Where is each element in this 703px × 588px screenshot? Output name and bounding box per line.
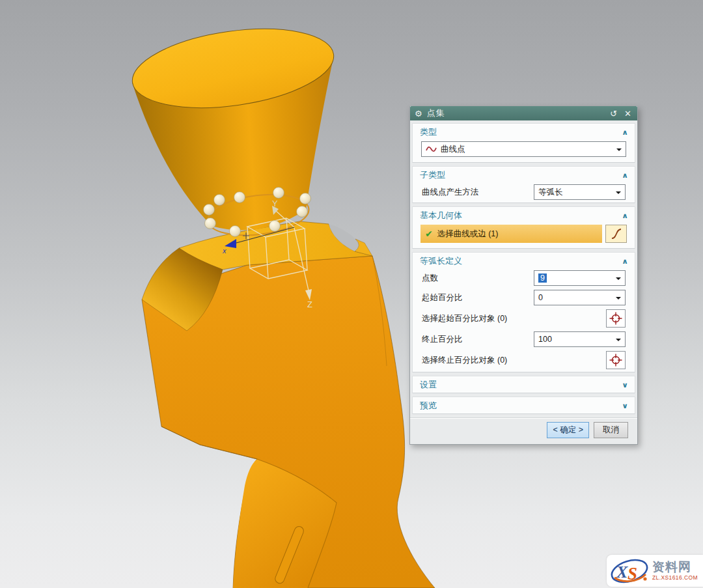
select-start-percent-object-label: 选择起始百分比对象 (0)	[422, 313, 507, 324]
chevron-up-icon[interactable]: ∧	[622, 128, 628, 137]
section-subtype-header[interactable]: 子类型 ∧	[413, 167, 635, 183]
curve-point-method-label: 曲线点产生方法	[422, 187, 479, 198]
section-base-geometry: 基本几何体 ∧ ✔ 选择曲线或边 (1)	[412, 206, 635, 249]
axis-label-z: Z	[307, 300, 312, 309]
model-hook-body[interactable]	[128, 18, 435, 588]
start-percent-value: 0	[538, 293, 543, 302]
point-crosshair-icon	[609, 353, 623, 367]
axis-label-x: x	[222, 247, 227, 255]
curve-point-marker	[234, 192, 245, 203]
svg-text:X: X	[616, 563, 628, 581]
select-end-percent-object-button[interactable]	[606, 351, 626, 369]
select-curve-or-edge-label: 选择曲线或边 (1)	[437, 229, 499, 240]
cancel-button[interactable]: 取消	[594, 422, 628, 438]
curve-point-method-value: 等弧长	[538, 187, 563, 198]
section-equal-arc: 等弧长定义 ∧ 点数 9 起始百分比 0 选择起始百分比对象 (0)	[412, 252, 635, 372]
chevron-up-icon[interactable]: ∧	[622, 171, 628, 180]
dialog-menu-gear-icon[interactable]: ⚙	[415, 109, 422, 118]
point-crosshair-icon	[609, 311, 623, 326]
section-equal-arc-title: 等弧长定义	[420, 255, 462, 267]
svg-text:S: S	[627, 564, 637, 583]
watermark-url: ZL.XS1616.COM	[652, 574, 698, 581]
curve-point-marker	[204, 204, 215, 216]
curve-icon	[610, 227, 623, 240]
section-type: 类型 ∧ 曲线点	[412, 123, 635, 163]
point-count-label: 点数	[422, 273, 438, 284]
section-settings-header[interactable]: 设置 ∨	[413, 376, 635, 393]
end-percent-input[interactable]: 100	[534, 331, 626, 347]
section-type-header[interactable]: 类型 ∧	[413, 124, 635, 140]
select-curve-or-edge-field[interactable]: ✔ 选择曲线或边 (1)	[420, 225, 602, 243]
curve-point-marker	[300, 193, 311, 204]
reset-icon[interactable]: ↺	[609, 109, 618, 118]
section-type-title: 类型	[420, 126, 437, 138]
type-dropdown-value: 曲线点	[441, 144, 465, 155]
select-end-percent-object-label: 选择终止百分比对象 (0)	[422, 355, 507, 366]
section-base-geometry-header[interactable]: 基本几何体 ∧	[413, 207, 635, 223]
end-percent-label: 终止百分比	[422, 334, 463, 345]
select-start-percent-object-button[interactable]	[606, 309, 626, 328]
point-count-input[interactable]: 9	[534, 270, 626, 286]
curve-rule-button[interactable]	[605, 225, 627, 243]
curve-point-method-dropdown[interactable]: 等弧长	[534, 184, 626, 200]
section-settings: 设置 ∨	[412, 376, 635, 393]
curve-point-icon	[426, 145, 437, 153]
section-equal-arc-header[interactable]: 等弧长定义 ∧	[413, 253, 635, 269]
curve-point-marker	[297, 206, 308, 217]
section-base-geometry-title: 基本几何体	[420, 210, 462, 221]
section-subtype-title: 子类型	[420, 169, 445, 181]
curve-point-marker	[214, 195, 225, 206]
ok-button[interactable]: < 确定 >	[547, 422, 589, 438]
dialog-body: 类型 ∧ 曲线点 子类型 ∧ 曲线点产生方法 等弧长	[410, 120, 637, 414]
curve-point-marker	[230, 226, 241, 237]
start-percent-input[interactable]: 0	[534, 290, 626, 305]
curve-point-marker	[269, 221, 281, 232]
dialog-title: 点集	[427, 107, 605, 119]
xs-logo-icon: X S	[609, 556, 651, 586]
check-icon: ✔	[425, 229, 433, 239]
type-dropdown[interactable]: 曲线点	[421, 141, 626, 157]
section-subtype: 子类型 ∧ 曲线点产生方法 等弧长	[412, 166, 635, 203]
section-preview-title: 预览	[420, 400, 437, 412]
axis-label-y: Y	[272, 199, 278, 208]
section-preview-header[interactable]: 预览 ∨	[413, 397, 635, 413]
curve-point-marker	[205, 218, 216, 229]
close-icon[interactable]: ✕	[623, 109, 633, 118]
curve-point-marker	[273, 188, 284, 199]
chevron-up-icon[interactable]: ∧	[622, 212, 628, 220]
point-count-value: 9	[538, 273, 547, 283]
section-preview: 预览 ∨	[412, 397, 635, 414]
chevron-up-icon[interactable]: ∧	[622, 257, 628, 266]
section-settings-title: 设置	[420, 379, 437, 391]
chevron-down-icon[interactable]: ∨	[622, 381, 628, 389]
start-percent-label: 起始百分比	[422, 292, 463, 303]
end-percent-value: 100	[538, 335, 552, 344]
dialog-button-bar: < 确定 > 取消	[410, 417, 637, 444]
chevron-down-icon[interactable]: ∨	[622, 402, 628, 410]
dialog-titlebar[interactable]: ⚙ 点集 ↺ ✕	[410, 106, 637, 120]
watermark-site-name: 资料网	[652, 561, 698, 574]
watermark: X S 资料网 ZL.XS1616.COM	[607, 555, 703, 587]
point-set-dialog: ⚙ 点集 ↺ ✕ 类型 ∧ 曲线点 子类型 ∧ 曲线点产	[409, 106, 638, 445]
